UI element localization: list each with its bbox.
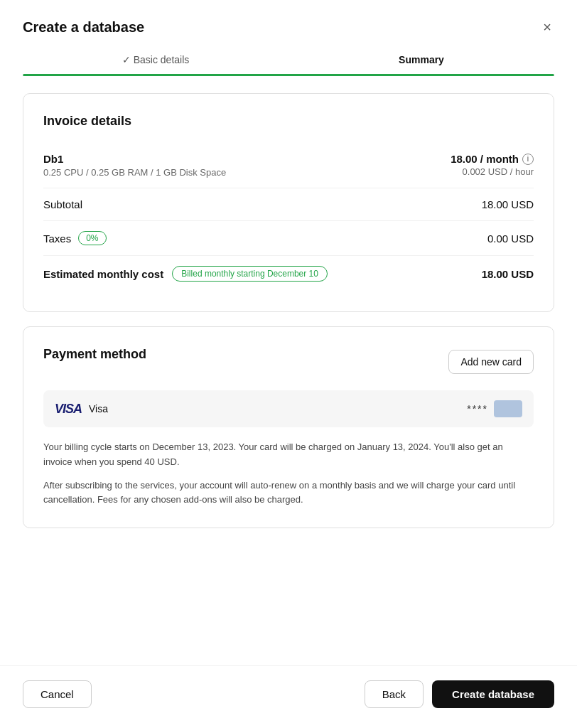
card-dots: **** — [467, 403, 488, 414]
modal-body: Invoice details Db1 0.25 CPU / 0.25 GB R… — [0, 76, 577, 665]
modal-title: Create a database — [23, 19, 144, 36]
price-hour: 0.002 USD / hour — [463, 166, 534, 177]
estimated-value: 18.00 USD — [482, 268, 534, 280]
visa-left: VISA Visa — [55, 402, 108, 417]
cancel-button[interactable]: Cancel — [23, 680, 92, 708]
auto-renew-info: After subscribing to the services, your … — [43, 478, 534, 508]
subtotal-label: Subtotal — [43, 198, 82, 210]
visa-row: VISA Visa **** — [43, 390, 534, 427]
billed-badge: Billed monthly starting December 10 — [172, 266, 328, 282]
db-name: Db1 — [43, 153, 226, 165]
taxes-label: Taxes — [43, 232, 71, 245]
price-month: 18.00 / month i — [451, 153, 534, 165]
taxes-row: Taxes 0% 0.00 USD — [43, 221, 534, 256]
modal-header: Create a database × — [0, 0, 577, 48]
payment-section-title: Payment method — [43, 347, 146, 362]
db-specs: 0.25 CPU / 0.25 GB RAM / 1 GB Disk Space — [43, 167, 226, 178]
step-summary: Summary — [288, 54, 554, 74]
price-info-icon[interactable]: i — [522, 154, 534, 165]
modal: Create a database × ✓Basic details Summa… — [0, 0, 577, 728]
estimated-label: Estimated monthly cost — [43, 268, 163, 280]
payment-header: Payment method Add new card — [43, 347, 534, 376]
modal-footer: Cancel Back Create database — [0, 665, 577, 728]
card-last4-block — [494, 400, 522, 417]
invoice-card: Invoice details Db1 0.25 CPU / 0.25 GB R… — [23, 93, 554, 312]
estimated-row: Estimated monthly cost Billed monthly st… — [43, 256, 534, 291]
invoice-section-title: Invoice details — [43, 114, 534, 129]
billing-info: Your billing cycle starts on December 13… — [43, 440, 534, 470]
invoice-db-left: Db1 0.25 CPU / 0.25 GB RAM / 1 GB Disk S… — [43, 153, 226, 178]
payment-card: Payment method Add new card VISA Visa **… — [23, 326, 554, 528]
step2-label: Summary — [399, 54, 444, 65]
taxes-badge: 0% — [78, 231, 106, 245]
visa-text: Visa — [89, 403, 108, 414]
invoice-db-right: 18.00 / month i 0.002 USD / hour — [451, 153, 534, 177]
invoice-db-row: Db1 0.25 CPU / 0.25 GB RAM / 1 GB Disk S… — [43, 143, 534, 188]
subtotal-value: 18.00 USD — [482, 198, 534, 210]
back-button[interactable]: Back — [365, 680, 424, 708]
step-basic-details: ✓Basic details — [23, 54, 288, 74]
step-check-icon: ✓ — [122, 54, 131, 65]
visa-right: **** — [467, 400, 522, 417]
add-new-card-button[interactable]: Add new card — [448, 350, 534, 374]
steps-bar: ✓Basic details Summary — [0, 48, 577, 74]
step1-label: Basic details — [134, 54, 190, 65]
create-database-button[interactable]: Create database — [432, 680, 554, 708]
visa-logo: VISA — [55, 402, 82, 417]
taxes-value: 0.00 USD — [487, 232, 534, 245]
subtotal-row: Subtotal 18.00 USD — [43, 188, 534, 221]
taxes-left: Taxes 0% — [43, 231, 107, 245]
close-button[interactable]: × — [540, 17, 554, 37]
estimated-left: Estimated monthly cost Billed monthly st… — [43, 266, 328, 282]
footer-right: Back Create database — [365, 680, 554, 708]
footer-left: Cancel — [23, 680, 92, 708]
